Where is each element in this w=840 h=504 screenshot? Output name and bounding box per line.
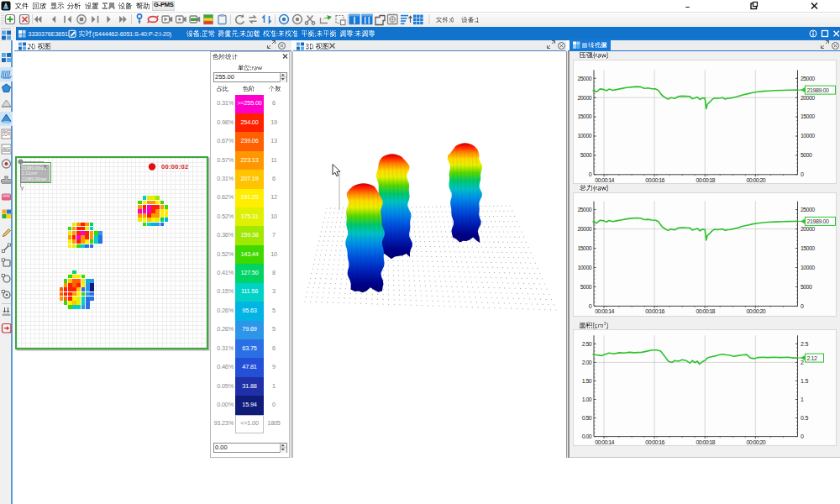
svg-text:AVG: AVG [3, 147, 11, 151]
svg-text:AVG: AVG [3, 130, 11, 134]
